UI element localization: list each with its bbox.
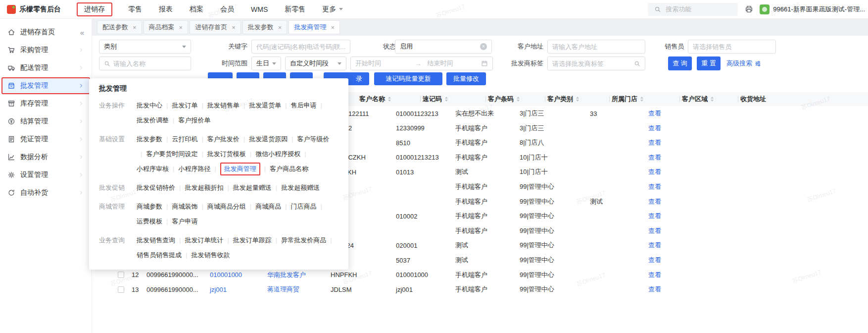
menu-item[interactable]: 客户申请 (172, 214, 197, 229)
menu-item[interactable]: 批发订货模板 (207, 147, 246, 162)
view-link[interactable]: 查看 (648, 282, 661, 297)
menu-item[interactable]: 批发参数 (137, 132, 162, 147)
sidebar-item[interactable]: 凭证管理 (1, 131, 90, 148)
close-icon[interactable]: × (179, 24, 183, 31)
menu-item[interactable]: 售后申请 (291, 98, 317, 113)
query-button[interactable]: 查 询 (668, 56, 692, 70)
menu-item[interactable]: 客户要货时间设定 (146, 147, 197, 162)
view-link[interactable]: 查看 (648, 165, 661, 179)
menu-item[interactable]: 批发价调整 (137, 113, 169, 128)
menu-item[interactable]: 批发超额赠送 (281, 180, 320, 195)
menu-item[interactable]: 批发订单 (172, 98, 197, 113)
view-link[interactable]: 查看 (648, 268, 661, 282)
menu-item[interactable]: 批发订单统计 (185, 233, 223, 248)
view-link[interactable]: 查看 (648, 179, 661, 194)
salesperson-input[interactable] (693, 43, 771, 51)
menu-item[interactable]: 客户等级价 (297, 132, 330, 147)
view-link[interactable]: 查看 (648, 238, 661, 253)
column-header[interactable]: 客户区域 (682, 92, 738, 106)
customer-name-link[interactable]: 华南批发客户 (267, 268, 306, 282)
view-link[interactable]: 查看 (648, 223, 661, 238)
menu-item[interactable]: 批发退货单 (249, 98, 281, 113)
menu-item[interactable]: 批发销售单 (207, 98, 240, 113)
menu-item[interactable]: 客户商品名称 (270, 162, 308, 176)
topnav-item[interactable]: 报表 (158, 3, 174, 16)
view-link[interactable]: 查看 (648, 121, 661, 136)
status-select[interactable]: 启用 × (395, 40, 492, 54)
menu-item[interactable]: 批发超量赠送 (233, 180, 272, 195)
close-icon[interactable]: × (331, 24, 335, 31)
view-link[interactable]: 查看 (648, 194, 661, 209)
menu-item[interactable]: 批发销售查询 (137, 233, 175, 248)
close-icon[interactable]: × (133, 24, 137, 31)
menu-item[interactable]: 商城参数 (137, 199, 162, 214)
sidebar-item[interactable]: 库存管理 (1, 95, 90, 112)
user-menu[interactable]: 99661-新界面果蔬版测试-管理... (760, 4, 865, 14)
tab-批发商管理[interactable]: 批发商管理× (289, 20, 340, 34)
topnav-item[interactable]: WMS (250, 3, 269, 15)
sidebar-item[interactable]: 自动补货 (1, 184, 90, 201)
column-header[interactable]: 客户名称 (359, 92, 421, 106)
sidebar-item[interactable]: 配送管理 (1, 59, 90, 76)
printer-icon[interactable] (744, 4, 754, 14)
column-header[interactable]: 客户类别 (547, 92, 610, 106)
topnav-item[interactable]: 进销存 (77, 2, 112, 16)
topnav-item[interactable]: 会员 (219, 3, 235, 16)
menu-item[interactable]: 门店商品 (291, 199, 317, 214)
close-icon[interactable]: × (278, 24, 282, 31)
shortcode-batch-update-button[interactable]: 速记码批量更新 (374, 72, 442, 85)
menu-item[interactable]: 批发商管理 (220, 163, 260, 175)
menu-item[interactable]: 批发退货原因 (249, 132, 288, 147)
sidebar-item[interactable]: 结算管理 (1, 113, 90, 130)
column-header[interactable]: 所属门店 (612, 92, 680, 106)
reset-button[interactable]: 重 置 (697, 56, 721, 70)
menu-item[interactable]: 小程序路径 (178, 162, 210, 176)
menu-item[interactable]: 运费模板 (137, 214, 162, 229)
menu-item[interactable]: 批发订单跟踪 (233, 233, 272, 248)
row-checkbox[interactable] (118, 286, 124, 293)
tab-商品档案[interactable]: 商品档案× (144, 20, 189, 34)
column-header[interactable]: 速记码 (423, 92, 486, 106)
batch-edit-button[interactable]: 批量修改 (446, 72, 486, 85)
menu-item[interactable]: 批发中心 (137, 98, 162, 113)
clear-icon[interactable]: × (480, 43, 487, 50)
collapse-icon[interactable]: « (80, 28, 84, 37)
sidebar-item[interactable]: 数据分析 (1, 149, 90, 166)
topnav-item[interactable]: 新零售 (284, 3, 306, 16)
menu-item[interactable]: 客户报价单 (178, 113, 210, 128)
view-link[interactable]: 查看 (648, 209, 661, 223)
sidebar-item[interactable]: 设置管理 (1, 166, 90, 183)
menu-item[interactable]: 批发超额折扣 (185, 180, 223, 195)
category-select[interactable]: 类别 (99, 40, 191, 54)
name-search-input[interactable] (113, 60, 186, 67)
menu-item[interactable]: 销售员销售提成 (137, 248, 182, 263)
view-link[interactable]: 查看 (648, 135, 661, 150)
advanced-search-button[interactable]: 高级搜索 (726, 56, 761, 70)
keyword-input[interactable] (256, 43, 345, 51)
customer-id-link[interactable]: 010001000 (210, 268, 242, 282)
close-icon[interactable]: × (232, 24, 236, 31)
global-search-input[interactable]: 搜索功能 (648, 3, 738, 16)
time-type-select[interactable]: 生日 (251, 56, 281, 70)
view-link[interactable]: 查看 (648, 106, 661, 121)
menu-item[interactable]: 微信小程序授权 (255, 147, 300, 162)
address-input[interactable] (552, 43, 640, 51)
menu-item[interactable]: 商城商品 (255, 199, 281, 214)
topnav-item[interactable]: 零售 (127, 3, 143, 16)
customer-id-link[interactable]: jzj001 (210, 282, 227, 297)
menu-item[interactable]: 商城商品分组 (207, 199, 246, 214)
tab-批发参数[interactable]: 批发参数× (242, 20, 288, 34)
topnav-item[interactable]: 更多 (321, 3, 344, 16)
menu-item[interactable]: 批发促销特价 (137, 180, 175, 195)
date-range-picker[interactable]: 开始时间 → 结束时间 (350, 56, 493, 70)
tab-配送参数[interactable]: 配送参数× (97, 20, 142, 34)
sidebar-item[interactable]: 采购管理 (1, 42, 90, 58)
topnav-item[interactable]: 档案 (189, 3, 204, 16)
sidebar-item[interactable]: 进销存首页« (1, 24, 90, 41)
menu-item[interactable]: 批发销售收款 (191, 248, 230, 263)
menu-item[interactable]: 商城装饰 (172, 199, 197, 214)
customer-name-link[interactable]: 蒋道理商贸 (267, 282, 299, 297)
view-link[interactable]: 查看 (648, 253, 661, 268)
tab-进销存首页[interactable]: 进销存首页× (190, 20, 241, 34)
menu-item[interactable]: 小程序审核 (137, 162, 169, 176)
